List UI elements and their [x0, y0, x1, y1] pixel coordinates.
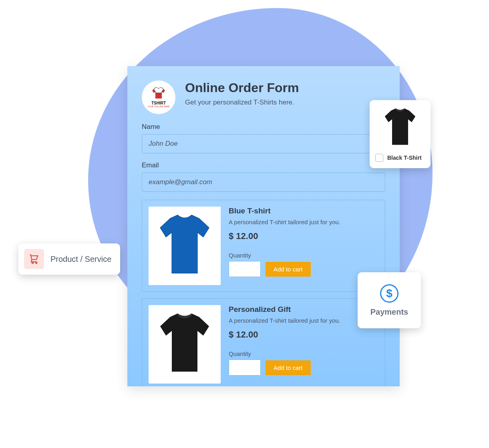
product-info: Blue T-shirt A personalized T-shirt tail… — [229, 207, 378, 285]
product-image — [149, 305, 221, 384]
thumbnail-card: Black T-Shirt — [370, 100, 431, 168]
svg-point-1 — [36, 262, 37, 264]
quantity-input[interactable] — [229, 360, 261, 376]
email-label: Email — [142, 161, 385, 169]
product-image — [149, 207, 221, 285]
header-text-block: Online Order Form Get your personalized … — [185, 80, 299, 106]
cart-icon-box — [24, 249, 44, 269]
order-form-panel: TSHIRT YOUR TAGLINE HERE Online Order Fo… — [127, 66, 400, 386]
page-title: Online Order Form — [185, 80, 299, 95]
logo-brand-text: TSHIRT — [151, 101, 166, 105]
quantity-label: Quantity — [229, 350, 378, 357]
thumbnail-image — [375, 106, 425, 150]
name-input[interactable] — [142, 134, 385, 153]
brand-logo: TSHIRT YOUR TAGLINE HERE — [142, 80, 175, 114]
product-description: A personalized T-shirt tailored just for… — [229, 317, 378, 324]
tshirt-logo-icon — [151, 87, 167, 100]
tag-label: Product / Service — [50, 255, 111, 264]
product-card: Personalized Gift A personalized T-shirt… — [142, 298, 385, 386]
payments-label: Payments — [370, 307, 409, 317]
page-subtitle: Get your personalized T-Shirts here. — [185, 98, 299, 106]
product-service-tag[interactable]: Product / Service — [18, 243, 120, 275]
add-to-cart-button[interactable]: Add to cart — [266, 262, 311, 277]
product-info: Personalized Gift A personalized T-shirt… — [229, 305, 378, 384]
tshirt-icon — [155, 312, 215, 376]
svg-point-0 — [32, 262, 34, 264]
dollar-icon: $ — [380, 284, 398, 303]
quantity-row: Add to cart — [229, 261, 378, 277]
quantity-row: Add to cart — [229, 360, 378, 376]
tshirt-icon — [380, 108, 420, 148]
product-card: Blue T-shirt A personalized T-shirt tail… — [142, 200, 385, 292]
cart-icon — [28, 253, 40, 265]
quantity-label: Quantity — [229, 252, 378, 259]
add-to-cart-button[interactable]: Add to cart — [266, 360, 311, 375]
name-field-group: Name — [142, 123, 385, 153]
product-price: $ 12.00 — [229, 231, 378, 241]
product-description: A personalized T-shirt tailored just for… — [229, 219, 378, 225]
checkbox[interactable] — [375, 154, 383, 162]
thumbnail-option-row[interactable]: Black T-Shirt — [375, 154, 425, 162]
email-input[interactable] — [142, 173, 385, 192]
product-title: Blue T-shirt — [229, 207, 378, 215]
name-label: Name — [142, 123, 385, 131]
product-title: Personalized Gift — [229, 305, 378, 314]
thumbnail-label: Black T-Shirt — [387, 155, 422, 161]
payments-card[interactable]: $ Payments — [358, 272, 421, 328]
product-price: $ 12.00 — [229, 329, 378, 340]
logo-tagline: YOUR TAGLINE HERE — [147, 105, 169, 108]
quantity-input[interactable] — [229, 261, 261, 277]
email-field-group: Email — [142, 161, 385, 192]
tshirt-icon — [155, 214, 215, 278]
form-header: TSHIRT YOUR TAGLINE HERE Online Order Fo… — [142, 80, 385, 114]
